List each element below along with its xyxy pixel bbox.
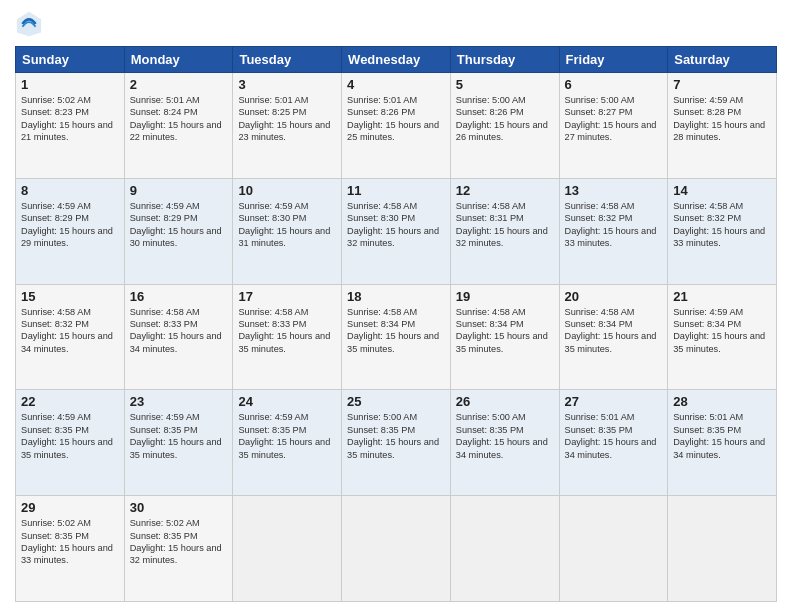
calendar-cell: 4Sunrise: 5:01 AMSunset: 8:26 PMDaylight… xyxy=(342,73,451,179)
cell-text: Sunrise: 4:58 AMSunset: 8:34 PMDaylight:… xyxy=(347,306,445,356)
calendar-cell: 12Sunrise: 4:58 AMSunset: 8:31 PMDayligh… xyxy=(450,178,559,284)
day-number: 14 xyxy=(673,183,771,198)
day-number: 21 xyxy=(673,289,771,304)
day-number: 12 xyxy=(456,183,554,198)
weekday-header-row: SundayMondayTuesdayWednesdayThursdayFrid… xyxy=(16,47,777,73)
weekday-header-wednesday: Wednesday xyxy=(342,47,451,73)
day-number: 11 xyxy=(347,183,445,198)
calendar-cell: 23Sunrise: 4:59 AMSunset: 8:35 PMDayligh… xyxy=(124,390,233,496)
cell-text: Sunrise: 4:58 AMSunset: 8:32 PMDaylight:… xyxy=(21,306,119,356)
calendar-cell: 1Sunrise: 5:02 AMSunset: 8:23 PMDaylight… xyxy=(16,73,125,179)
svg-marker-0 xyxy=(17,12,41,36)
header xyxy=(15,10,777,38)
day-number: 27 xyxy=(565,394,663,409)
cell-text: Sunrise: 4:58 AMSunset: 8:34 PMDaylight:… xyxy=(565,306,663,356)
calendar-cell xyxy=(233,496,342,602)
day-number: 22 xyxy=(21,394,119,409)
calendar-cell xyxy=(559,496,668,602)
calendar-cell: 10Sunrise: 4:59 AMSunset: 8:30 PMDayligh… xyxy=(233,178,342,284)
weekday-header-saturday: Saturday xyxy=(668,47,777,73)
cell-text: Sunrise: 5:02 AMSunset: 8:35 PMDaylight:… xyxy=(130,517,228,567)
cell-text: Sunrise: 4:58 AMSunset: 8:32 PMDaylight:… xyxy=(673,200,771,250)
cell-text: Sunrise: 4:58 AMSunset: 8:33 PMDaylight:… xyxy=(238,306,336,356)
cell-text: Sunrise: 5:01 AMSunset: 8:25 PMDaylight:… xyxy=(238,94,336,144)
weekday-header-monday: Monday xyxy=(124,47,233,73)
cell-text: Sunrise: 4:59 AMSunset: 8:34 PMDaylight:… xyxy=(673,306,771,356)
calendar-cell: 15Sunrise: 4:58 AMSunset: 8:32 PMDayligh… xyxy=(16,284,125,390)
cell-text: Sunrise: 5:00 AMSunset: 8:27 PMDaylight:… xyxy=(565,94,663,144)
cell-text: Sunrise: 5:01 AMSunset: 8:35 PMDaylight:… xyxy=(565,411,663,461)
day-number: 7 xyxy=(673,77,771,92)
cell-text: Sunrise: 4:59 AMSunset: 8:30 PMDaylight:… xyxy=(238,200,336,250)
weekday-header-thursday: Thursday xyxy=(450,47,559,73)
weekday-header-sunday: Sunday xyxy=(16,47,125,73)
calendar-week-row: 1Sunrise: 5:02 AMSunset: 8:23 PMDaylight… xyxy=(16,73,777,179)
calendar-cell: 17Sunrise: 4:58 AMSunset: 8:33 PMDayligh… xyxy=(233,284,342,390)
cell-text: Sunrise: 4:59 AMSunset: 8:35 PMDaylight:… xyxy=(21,411,119,461)
calendar-week-row: 8Sunrise: 4:59 AMSunset: 8:29 PMDaylight… xyxy=(16,178,777,284)
day-number: 28 xyxy=(673,394,771,409)
calendar-cell: 19Sunrise: 4:58 AMSunset: 8:34 PMDayligh… xyxy=(450,284,559,390)
day-number: 26 xyxy=(456,394,554,409)
cell-text: Sunrise: 5:00 AMSunset: 8:26 PMDaylight:… xyxy=(456,94,554,144)
day-number: 1 xyxy=(21,77,119,92)
cell-text: Sunrise: 5:01 AMSunset: 8:24 PMDaylight:… xyxy=(130,94,228,144)
calendar-cell: 14Sunrise: 4:58 AMSunset: 8:32 PMDayligh… xyxy=(668,178,777,284)
calendar-cell: 21Sunrise: 4:59 AMSunset: 8:34 PMDayligh… xyxy=(668,284,777,390)
cell-text: Sunrise: 5:02 AMSunset: 8:35 PMDaylight:… xyxy=(21,517,119,567)
calendar-cell: 6Sunrise: 5:00 AMSunset: 8:27 PMDaylight… xyxy=(559,73,668,179)
day-number: 30 xyxy=(130,500,228,515)
cell-text: Sunrise: 4:58 AMSunset: 8:31 PMDaylight:… xyxy=(456,200,554,250)
cell-text: Sunrise: 4:58 AMSunset: 8:32 PMDaylight:… xyxy=(565,200,663,250)
day-number: 8 xyxy=(21,183,119,198)
cell-text: Sunrise: 4:58 AMSunset: 8:34 PMDaylight:… xyxy=(456,306,554,356)
calendar-cell: 30Sunrise: 5:02 AMSunset: 8:35 PMDayligh… xyxy=(124,496,233,602)
weekday-header-friday: Friday xyxy=(559,47,668,73)
cell-text: Sunrise: 4:59 AMSunset: 8:35 PMDaylight:… xyxy=(238,411,336,461)
calendar-cell xyxy=(342,496,451,602)
calendar-cell: 7Sunrise: 4:59 AMSunset: 8:28 PMDaylight… xyxy=(668,73,777,179)
calendar-cell: 8Sunrise: 4:59 AMSunset: 8:29 PMDaylight… xyxy=(16,178,125,284)
cell-text: Sunrise: 5:01 AMSunset: 8:26 PMDaylight:… xyxy=(347,94,445,144)
day-number: 24 xyxy=(238,394,336,409)
calendar-cell: 29Sunrise: 5:02 AMSunset: 8:35 PMDayligh… xyxy=(16,496,125,602)
cell-text: Sunrise: 5:01 AMSunset: 8:35 PMDaylight:… xyxy=(673,411,771,461)
calendar-cell xyxy=(668,496,777,602)
calendar-cell: 18Sunrise: 4:58 AMSunset: 8:34 PMDayligh… xyxy=(342,284,451,390)
calendar-week-row: 15Sunrise: 4:58 AMSunset: 8:32 PMDayligh… xyxy=(16,284,777,390)
calendar-page: SundayMondayTuesdayWednesdayThursdayFrid… xyxy=(0,0,792,612)
day-number: 6 xyxy=(565,77,663,92)
calendar-cell: 26Sunrise: 5:00 AMSunset: 8:35 PMDayligh… xyxy=(450,390,559,496)
day-number: 20 xyxy=(565,289,663,304)
day-number: 16 xyxy=(130,289,228,304)
calendar-cell: 9Sunrise: 4:59 AMSunset: 8:29 PMDaylight… xyxy=(124,178,233,284)
calendar-cell: 11Sunrise: 4:58 AMSunset: 8:30 PMDayligh… xyxy=(342,178,451,284)
cell-text: Sunrise: 4:59 AMSunset: 8:28 PMDaylight:… xyxy=(673,94,771,144)
calendar-table: SundayMondayTuesdayWednesdayThursdayFrid… xyxy=(15,46,777,602)
day-number: 19 xyxy=(456,289,554,304)
day-number: 3 xyxy=(238,77,336,92)
cell-text: Sunrise: 5:00 AMSunset: 8:35 PMDaylight:… xyxy=(347,411,445,461)
cell-text: Sunrise: 4:59 AMSunset: 8:29 PMDaylight:… xyxy=(21,200,119,250)
day-number: 10 xyxy=(238,183,336,198)
calendar-cell: 5Sunrise: 5:00 AMSunset: 8:26 PMDaylight… xyxy=(450,73,559,179)
cell-text: Sunrise: 4:58 AMSunset: 8:33 PMDaylight:… xyxy=(130,306,228,356)
calendar-cell: 27Sunrise: 5:01 AMSunset: 8:35 PMDayligh… xyxy=(559,390,668,496)
day-number: 9 xyxy=(130,183,228,198)
calendar-cell: 16Sunrise: 4:58 AMSunset: 8:33 PMDayligh… xyxy=(124,284,233,390)
calendar-cell: 25Sunrise: 5:00 AMSunset: 8:35 PMDayligh… xyxy=(342,390,451,496)
cell-text: Sunrise: 4:59 AMSunset: 8:29 PMDaylight:… xyxy=(130,200,228,250)
cell-text: Sunrise: 4:59 AMSunset: 8:35 PMDaylight:… xyxy=(130,411,228,461)
calendar-cell: 24Sunrise: 4:59 AMSunset: 8:35 PMDayligh… xyxy=(233,390,342,496)
calendar-cell: 22Sunrise: 4:59 AMSunset: 8:35 PMDayligh… xyxy=(16,390,125,496)
calendar-cell: 2Sunrise: 5:01 AMSunset: 8:24 PMDaylight… xyxy=(124,73,233,179)
day-number: 13 xyxy=(565,183,663,198)
logo xyxy=(15,10,47,38)
cell-text: Sunrise: 5:02 AMSunset: 8:23 PMDaylight:… xyxy=(21,94,119,144)
cell-text: Sunrise: 5:00 AMSunset: 8:35 PMDaylight:… xyxy=(456,411,554,461)
logo-icon xyxy=(15,10,43,38)
calendar-cell: 28Sunrise: 5:01 AMSunset: 8:35 PMDayligh… xyxy=(668,390,777,496)
day-number: 17 xyxy=(238,289,336,304)
calendar-week-row: 22Sunrise: 4:59 AMSunset: 8:35 PMDayligh… xyxy=(16,390,777,496)
cell-text: Sunrise: 4:58 AMSunset: 8:30 PMDaylight:… xyxy=(347,200,445,250)
